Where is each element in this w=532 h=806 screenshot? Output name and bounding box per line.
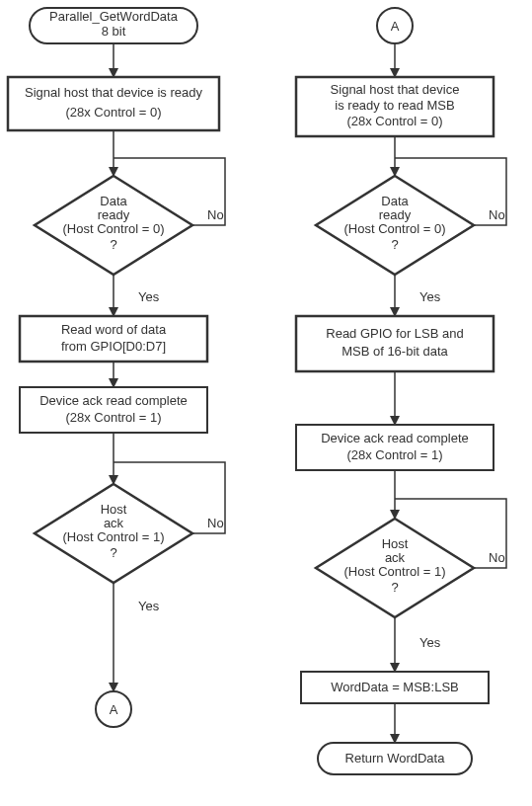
right-hack-l1: Host [382,536,409,551]
left-data-ready-decision: Data ready (Host Control = 0) ? [35,176,192,275]
right-host-ack-decision: Host ack (Host Control = 1) ? [316,519,474,617]
right-worddata-box: WordData = MSB:LSB [301,672,489,703]
right-dready-yes: Yes [419,289,441,304]
right-dready-l3: (Host Control = 0) [344,221,446,236]
right-dready-no: No [489,207,505,222]
left-ack-l2: (28x Control = 1) [65,410,161,425]
left-hack-no: No [207,516,224,530]
left-read-l1: Read word of data [61,322,167,337]
left-hack-yes: Yes [138,599,160,613]
right-hack-l2: ack [385,550,406,565]
left-hack-l2: ack [104,516,124,530]
right-dready-l4: ? [391,237,398,252]
start-terminator: Parallel_GetWordData 8 bit [30,8,197,43]
right-return-terminator: Return WordData [318,743,472,774]
flowchart-diagram: Parallel_GetWordData 8 bit Signal host t… [0,0,532,806]
right-ack-l1: Device ack read complete [321,431,469,445]
left-hack-l4: ? [110,545,116,560]
right-hack-no: No [489,550,505,565]
left-ack-l1: Device ack read complete [39,393,188,408]
right-connector-a: A [377,8,413,43]
right-read-l2: MSB of 16-bit data [342,344,448,359]
left-host-ack-decision: Host ack (Host Control = 1) ? [35,484,192,583]
right-ack-box: Device ack read complete (28x Control = … [296,425,494,470]
left-signal-l2: (28x Control = 0) [65,105,161,120]
right-data-ready-decision: Data ready (Host Control = 0) ? [316,176,474,275]
left-dready-l1: Data [100,194,127,208]
right-ack-l2: (28x Control = 1) [346,447,442,462]
left-conn-text: A [110,702,118,717]
left-dready-l3: (Host Control = 0) [63,221,165,236]
right-conn-text: A [391,19,400,34]
start-text-l1: Parallel_GetWordData [49,9,179,24]
left-dready-no: No [207,207,224,222]
right-signal-l1: Signal host that device [331,82,460,97]
right-flow: A Signal host that device is ready to re… [296,8,506,774]
right-read-l1: Read GPIO for LSB and [326,326,463,341]
left-dready-l2: ready [98,207,130,222]
right-signal-l3: (28x Control = 0) [346,114,442,128]
left-ack-box: Device ack read complete (28x Control = … [20,387,207,433]
left-dready-l4: ? [110,237,116,252]
right-read-box: Read GPIO for LSB and MSB of 16-bit data [296,316,494,371]
right-hack-yes: Yes [419,635,441,650]
start-text-l2: 8 bit [102,24,126,39]
right-hack-l3: (Host Control = 1) [344,564,446,579]
left-connector-a: A [96,691,131,727]
left-flow: Parallel_GetWordData 8 bit Signal host t… [8,8,225,727]
left-read-l2: from GPIO[D0:D7] [61,339,166,354]
left-hack-l3: (Host Control = 1) [63,529,165,544]
right-hack-l4: ? [391,580,398,595]
left-dready-yes: Yes [138,289,160,304]
right-signal-box: Signal host that device is ready to read… [296,77,494,136]
left-signal-l1: Signal host that device is ready [25,85,202,100]
right-signal-l2: is ready to read MSB [335,98,454,113]
right-dready-l2: ready [379,207,412,222]
right-dready-l1: Data [381,194,409,208]
right-word-l1: WordData = MSB:LSB [331,680,458,694]
right-ret-l1: Return WordData [345,751,446,766]
left-hack-l1: Host [101,502,127,517]
left-read-box: Read word of data from GPIO[D0:D7] [20,316,207,362]
left-signal-box: Signal host that device is ready (28x Co… [8,77,219,130]
